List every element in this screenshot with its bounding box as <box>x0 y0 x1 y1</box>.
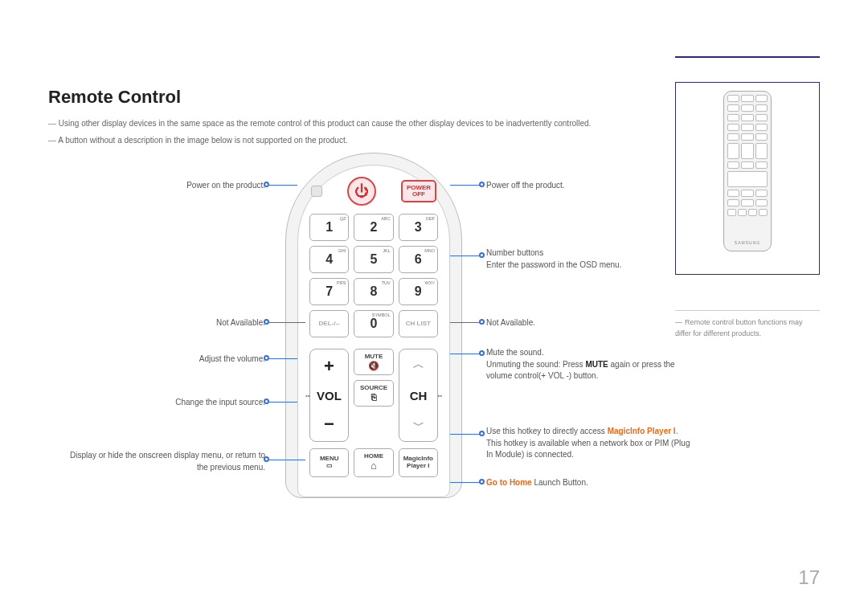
menu-button[interactable]: MENU ▭ <box>309 448 349 477</box>
page-number: 17 <box>798 566 820 589</box>
callout-dot <box>479 350 485 356</box>
key-5[interactable]: JKL5 <box>354 246 393 273</box>
label-magicinfo: Use this hotkey to directly access Magic… <box>486 426 695 461</box>
key-8[interactable]: TUV8 <box>354 278 393 305</box>
callout-dot <box>479 431 485 436</box>
menu-icon: ▭ <box>326 463 333 470</box>
power-off-button[interactable]: POWER OFF <box>401 180 436 202</box>
key-0[interactable]: SYMBOL0 <box>354 310 393 337</box>
callout-dot <box>479 479 485 484</box>
sidebar-note: ―Remote control button functions may dif… <box>675 304 820 339</box>
thumbnail-frame: SAMSUNG <box>675 82 820 275</box>
chevron-up-icon: ︿ <box>413 358 424 372</box>
power-on-button[interactable]: ⏻ <box>347 177 376 206</box>
label-menu: Display or hide the onscreen display men… <box>64 450 265 473</box>
label-number: Number buttons Enter the password in the… <box>486 247 695 271</box>
label-home: Go to Home Launch Button. <box>486 477 695 489</box>
key-del[interactable]: DEL-/-- <box>309 310 349 337</box>
header-rule <box>675 56 820 58</box>
label-na-left: Not Available. <box>64 317 265 329</box>
minus-icon: − <box>324 415 334 433</box>
brand-label: SAMSUNG <box>727 240 768 247</box>
number-pad: .QZ1 ABC2 DEF3 GHI4 JKL5 MNO6 PRS7 TUV8 … <box>306 214 441 337</box>
plus-icon: + <box>324 358 334 375</box>
key-4[interactable]: GHI4 <box>309 246 349 273</box>
key-chlist[interactable]: CH LIST <box>399 310 438 337</box>
thumbnail-remote: SAMSUNG <box>723 91 772 251</box>
remote-diagram: ⏻ POWER OFF .QZ1 ABC2 DEF3 GHI4 JKL5 MNO… <box>48 153 675 498</box>
label-power-off: Power off the product. <box>486 180 695 192</box>
key-3[interactable]: DEF3 <box>399 214 438 241</box>
label-na-right: Not Available. <box>486 317 695 329</box>
key-2[interactable]: ABC2 <box>354 214 393 241</box>
power-icon: ⏻ <box>354 183 369 200</box>
vol-label: VOL <box>317 389 342 403</box>
ch-label: CH <box>410 389 428 403</box>
key-9[interactable]: WXY9 <box>399 278 438 305</box>
label-source: Change the input source. <box>64 397 265 409</box>
channel-rocker[interactable]: •• ︿ CH ﹀ <box>399 349 438 442</box>
label-mute: Mute the sound. Unmuting the sound: Pres… <box>486 347 695 382</box>
magicinfo-button[interactable]: MagicInfo Player I <box>399 448 438 477</box>
callout-dot <box>479 252 485 258</box>
mute-icon <box>368 361 379 371</box>
mute-button[interactable]: MUTE <box>354 349 394 375</box>
ir-sensor <box>311 186 322 197</box>
label-volume: Adjust the volume. <box>64 353 265 366</box>
volume-rocker[interactable]: •• + VOL − <box>309 349 349 442</box>
home-icon <box>371 460 377 472</box>
callout-dot <box>479 182 485 187</box>
key-6[interactable]: MNO6 <box>399 246 438 273</box>
key-1[interactable]: .QZ1 <box>309 214 349 241</box>
callout-dot <box>479 319 485 325</box>
power-off-label-2: OFF <box>412 191 425 198</box>
home-button[interactable]: HOME <box>354 448 393 477</box>
key-7[interactable]: PRS7 <box>309 278 349 305</box>
label-power-on: Power on the product. <box>64 180 265 192</box>
source-icon <box>371 392 377 403</box>
source-button[interactable]: SOURCE <box>354 380 394 407</box>
remote-body: ⏻ POWER OFF .QZ1 ABC2 DEF3 GHI4 JKL5 MNO… <box>285 153 462 498</box>
chevron-down-icon: ﹀ <box>413 419 424 433</box>
